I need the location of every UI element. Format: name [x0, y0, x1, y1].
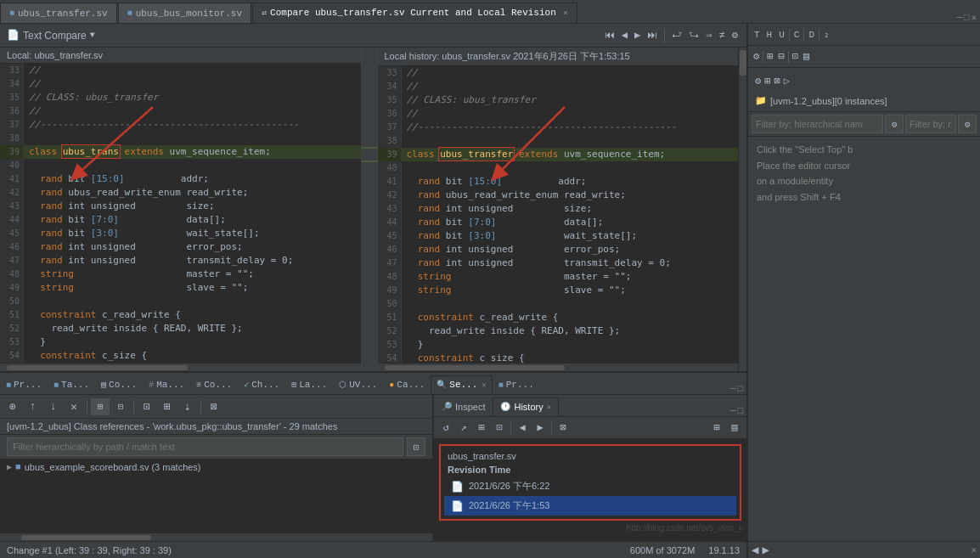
s2-btn3[interactable]: ⊟: [776, 50, 786, 63]
bottom-tab-co1[interactable]: ▤ Co...: [95, 375, 143, 394]
history-item-1[interactable]: 📄 2021/6/26 下午6:22: [444, 476, 736, 496]
history-btn6[interactable]: ▶: [532, 420, 549, 436]
search-toolbar-btn8[interactable]: ⊞: [158, 398, 177, 415]
ignore-btn[interactable]: ≠: [718, 30, 727, 42]
h3-btn3[interactable]: ⊠: [774, 75, 780, 87]
search-toolbar-btn1[interactable]: ⊕: [3, 398, 22, 415]
search-toolbar-btn6[interactable]: ⊟: [111, 398, 130, 415]
bottom-tab-ma[interactable]: # Ma...: [143, 375, 190, 394]
tab-compare-close[interactable]: ✕: [563, 8, 568, 18]
search-toolbar-btn4[interactable]: ✕: [65, 398, 83, 415]
history-tab-close[interactable]: ✕: [547, 403, 551, 412]
history-tab[interactable]: 🕐 History ✕: [493, 397, 559, 416]
s-btn-C[interactable]: C: [791, 30, 803, 40]
bottom-tab-co2[interactable]: ≡ Co...: [190, 375, 238, 394]
s2-btn1[interactable]: ⚙: [752, 50, 761, 63]
rc-41: 41 rand bit [15:0] addr;: [378, 175, 739, 189]
left-hscrollbar[interactable]: [0, 363, 361, 371]
right-code-area[interactable]: 33 // 34 // 35 // CLASS: ubus_transfer: [378, 66, 739, 363]
tab-ubus-bus-monitor[interactable]: ■ ubus_bus_monitor.sv: [118, 3, 251, 23]
search-toolbar-btn5[interactable]: ⊞: [91, 398, 110, 415]
result-expand-icon[interactable]: ▶: [7, 462, 12, 472]
settings-btn[interactable]: ⚙: [730, 29, 740, 42]
history-btn2[interactable]: ↗: [455, 420, 472, 436]
history-btn5[interactable]: ◀: [514, 420, 531, 436]
history-btn4[interactable]: ⊡: [491, 420, 508, 436]
search-hscrollbar[interactable]: [0, 533, 432, 541]
left-code-area[interactable]: 33 // 34 // 35 // CLASS: ubus_transfer: [0, 64, 361, 363]
hierarchy-filter-input[interactable]: [752, 115, 883, 133]
search-results[interactable]: ▶ ■ ubus_example_scoreboard.sv (3 matche…: [0, 459, 432, 533]
search-filter-input[interactable]: [7, 437, 403, 456]
code-line-41: 41 rand bit [15:0] addr;: [0, 172, 361, 186]
s-btn-2[interactable]: ₂: [821, 29, 832, 40]
nav-first-btn[interactable]: ⏮: [603, 29, 617, 42]
copy-right-btn[interactable]: ⮑: [687, 29, 701, 42]
history-content[interactable]: ubus_transfer.sv Revision Time 📄 2021/6/…: [434, 439, 746, 541]
h3-btn1[interactable]: ⚙: [755, 75, 761, 87]
history-btn8[interactable]: ⊞: [708, 420, 725, 436]
bottom-tab-pr1[interactable]: ■ Pr...: [0, 375, 48, 394]
s2-btn2[interactable]: ⊞: [765, 50, 774, 63]
rc-49: 49 string slave = "";: [378, 284, 739, 297]
bottom-tab-pr2[interactable]: ■ Pr...: [493, 375, 540, 394]
search-toolbar-btn3[interactable]: ↓: [44, 398, 63, 415]
s-btn-H[interactable]: H: [764, 30, 775, 40]
search-toolbar-btn10[interactable]: ⊠: [205, 398, 223, 415]
line-content: constraint c_read_write {: [24, 308, 181, 322]
code-line-45: 45 rand bit [3:0] wait_state[];: [0, 227, 361, 240]
h3-btn2[interactable]: ⊞: [764, 75, 770, 87]
history-btn3[interactable]: ⊞: [473, 420, 490, 436]
bottom-tab-ca[interactable]: ● Ca...: [383, 375, 431, 394]
compare-toolbar: 📄 Text Compare ▼ ⏮ ◀ ▶ ⏭ ⮐ ⮑ ⇒ ≠ ⚙: [0, 24, 746, 48]
code-line-50: 50: [0, 295, 361, 308]
bottom-tab-se[interactable]: 🔍 Se... ✕: [431, 375, 492, 394]
filter2-config-btn[interactable]: ⚙: [958, 115, 977, 133]
line-content: rand bit [15:0] addr;: [24, 172, 209, 186]
nav-last-btn[interactable]: ⏭: [645, 29, 659, 42]
search-toolbar-btn9[interactable]: ⇣: [178, 398, 197, 415]
s-btn-T[interactable]: T: [752, 30, 763, 40]
se-close[interactable]: ✕: [482, 380, 486, 390]
status-change-info: Change #1 (Left: 39 : 39, Right: 39 : 39…: [7, 545, 172, 555]
hierarchy-filter-input2[interactable]: [905, 115, 956, 133]
bottom-tab-la[interactable]: ⊞ La...: [285, 375, 333, 394]
search-filter-btn[interactable]: ⊡: [407, 437, 425, 456]
filter-config-btn[interactable]: ⚙: [885, 115, 904, 133]
copy-left-btn[interactable]: ⮐: [670, 29, 684, 42]
sidebar-nav-close[interactable]: ✕: [971, 544, 977, 555]
inspect-tab[interactable]: 🔎 Inspect: [434, 397, 493, 416]
history-item2-date: 2021/6/26 下午1:53: [469, 499, 549, 512]
rc-44: 44 rand bit [7:0] data[];: [378, 216, 739, 229]
history-btn7[interactable]: ⊠: [555, 420, 572, 436]
bottom-tab-uv[interactable]: ⬡ UV...: [333, 375, 383, 394]
bottom-tab-ch[interactable]: ✓ Ch...: [238, 375, 285, 394]
sidebar-nav-next[interactable]: ▶: [762, 543, 769, 557]
tab-compare[interactable]: ⇄ Compare ubus_transfer.sv Current and L…: [252, 3, 577, 23]
diff-connector-svg: [362, 48, 379, 371]
tab-bar-controls[interactable]: ─ □ ✕: [953, 12, 980, 23]
history-item-2[interactable]: 📄 2021/6/26 下午1:53: [444, 496, 736, 516]
right-hscrollbar[interactable]: [378, 363, 739, 371]
h3-btn4[interactable]: ▷: [784, 75, 790, 87]
s2-btn4[interactable]: ⊡: [791, 50, 800, 63]
s-btn-D[interactable]: D: [806, 30, 817, 40]
line-content: string master = "";: [24, 268, 254, 281]
compare-vscrollbar[interactable]: [738, 48, 746, 371]
copy-all-btn[interactable]: ⇒: [704, 29, 713, 42]
history-item1-date: 2021/6/26 下午6:22: [469, 480, 549, 493]
bottom-tab-ta[interactable]: ■ Ta...: [48, 375, 95, 394]
history-btn9[interactable]: ▤: [726, 420, 743, 436]
tab-ubus-transfer[interactable]: ■ ubus_transfer.sv: [0, 3, 117, 23]
s2-btn5[interactable]: ▤: [802, 50, 811, 63]
s-btn-U[interactable]: U: [776, 30, 787, 40]
search-toolbar-btn7[interactable]: ⊡: [138, 398, 156, 415]
toolbar-dropdown[interactable]: ▼: [90, 31, 95, 40]
sidebar-nav-prev[interactable]: ◀: [752, 543, 758, 557]
nav-prev-btn[interactable]: ◀: [620, 29, 629, 42]
result-item-scoreboard[interactable]: ▶ ■ ubus_example_scoreboard.sv (3 matche…: [0, 459, 432, 475]
nav-next-btn[interactable]: ▶: [633, 29, 642, 42]
history-btn1[interactable]: ↺: [437, 420, 454, 436]
search-toolbar-btn2[interactable]: ↑: [24, 398, 42, 415]
line-content: }: [24, 335, 46, 349]
